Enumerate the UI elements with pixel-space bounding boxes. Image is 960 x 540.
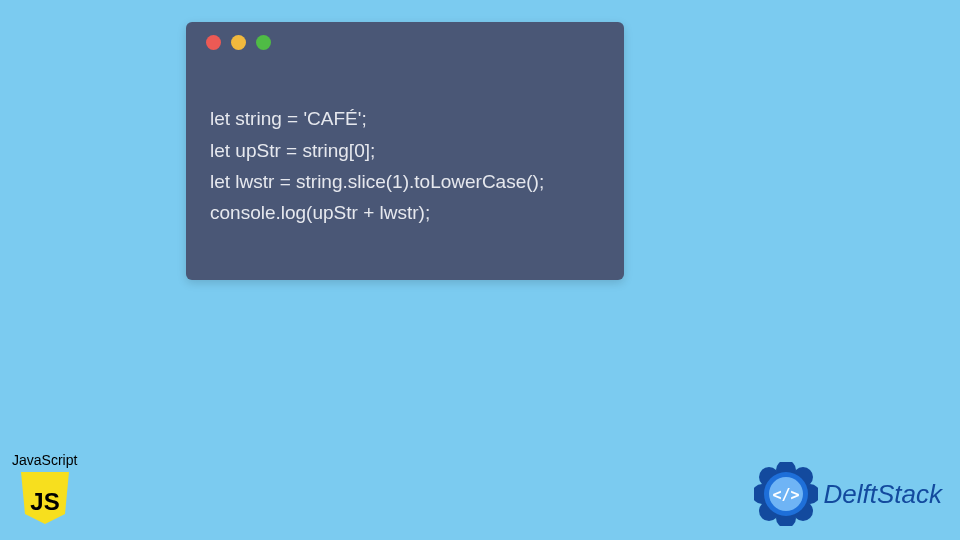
svg-text:</>: </> xyxy=(772,486,799,504)
close-icon xyxy=(206,35,221,50)
delftstack-logo-icon: </> xyxy=(754,462,818,526)
window-titlebar xyxy=(186,22,624,62)
maximize-icon xyxy=(256,35,271,50)
code-line: console.log(upStr + lwstr); xyxy=(210,202,430,223)
code-line: let lwstr = string.slice(1).toLowerCase(… xyxy=(210,171,544,192)
delftstack-brand: </> DelftStack xyxy=(754,462,943,526)
js-shield-text: JS xyxy=(30,488,59,515)
minimize-icon xyxy=(231,35,246,50)
javascript-badge: JavaScript JS xyxy=(12,452,77,526)
delftstack-name: DelftStack xyxy=(824,479,943,510)
js-label: JavaScript xyxy=(12,452,77,468)
code-line: let string = 'CAFÉ'; xyxy=(210,108,367,129)
code-line: let upStr = string[0]; xyxy=(210,140,375,161)
code-block: let string = 'CAFÉ'; let upStr = string[… xyxy=(186,62,624,260)
code-window: let string = 'CAFÉ'; let upStr = string[… xyxy=(186,22,624,280)
javascript-shield-icon: JS xyxy=(19,470,71,526)
